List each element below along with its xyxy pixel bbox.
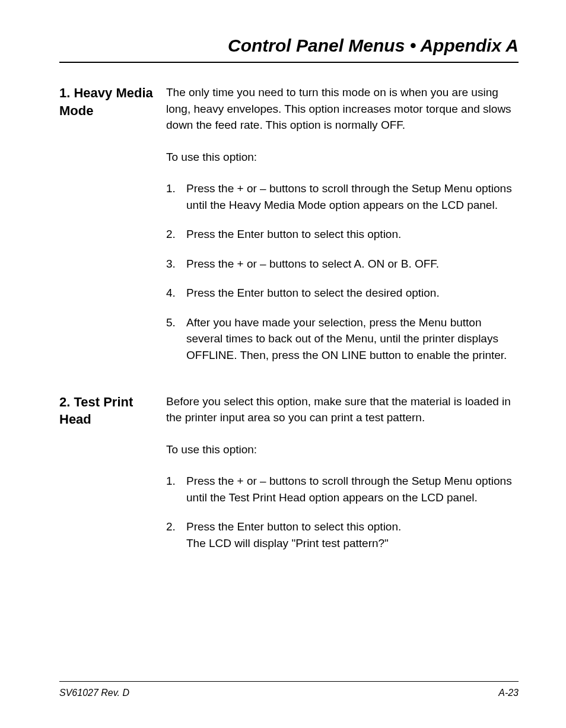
page-header: Control Panel Menus • Appendix A bbox=[59, 36, 519, 63]
list-item: 4.Press the Enter button to select the d… bbox=[166, 285, 519, 301]
list-item: 3.Press the + or – buttons to select A. … bbox=[166, 256, 519, 272]
list-number: 1. bbox=[166, 473, 176, 489]
section-heavy-media: 1. Heavy Media Mode The only time you ne… bbox=[59, 84, 519, 377]
page-footer: SV61027 Rev. D A-23 bbox=[59, 681, 519, 698]
section-heading: 2. Test Print Head bbox=[59, 393, 166, 565]
list-text: Press the Enter button to select this op… bbox=[186, 228, 401, 240]
footer-right: A-23 bbox=[498, 688, 519, 698]
list-item: 1.Press the + or – buttons to scroll thr… bbox=[166, 473, 519, 506]
lead-paragraph: To use this option: bbox=[166, 149, 519, 166]
list-number: 2. bbox=[166, 226, 176, 243]
list-item: 5.After you have made your selection, pr… bbox=[166, 314, 519, 364]
page-title: Control Panel Menus • Appendix A bbox=[228, 36, 519, 55]
list-item: 2.Press the Enter button to select this … bbox=[166, 519, 519, 551]
ordered-list: 1.Press the + or – buttons to scroll thr… bbox=[166, 473, 519, 551]
list-text: Press the + or – buttons to scroll throu… bbox=[186, 182, 512, 211]
list-number: 3. bbox=[166, 256, 176, 272]
list-text: Press the Enter button to select the des… bbox=[186, 287, 440, 299]
intro-paragraph: The only time you need to turn this mode… bbox=[166, 84, 519, 133]
list-item: 2.Press the Enter button to select this … bbox=[166, 226, 519, 243]
lead-paragraph: To use this option: bbox=[166, 441, 519, 458]
ordered-list: 1.Press the + or – buttons to scroll thr… bbox=[166, 180, 519, 363]
list-text: Press the Enter button to select this op… bbox=[186, 520, 401, 549]
list-text: After you have made your selection, pres… bbox=[186, 316, 507, 361]
list-text: Press the + or – buttons to select A. ON… bbox=[186, 257, 439, 270]
list-number: 5. bbox=[166, 314, 176, 331]
list-number: 2. bbox=[166, 519, 176, 535]
footer-left: SV61027 Rev. D bbox=[59, 688, 129, 698]
list-item: 1.Press the + or – buttons to scroll thr… bbox=[166, 180, 519, 213]
list-text: Press the + or – buttons to scroll throu… bbox=[186, 475, 512, 504]
list-number: 4. bbox=[166, 285, 176, 301]
section-body: The only time you need to turn this mode… bbox=[166, 84, 519, 377]
section-body: Before you select this option, make sure… bbox=[166, 393, 519, 565]
section-test-print-head: 2. Test Print Head Before you select thi… bbox=[59, 393, 519, 565]
list-number: 1. bbox=[166, 180, 176, 197]
section-heading: 1. Heavy Media Mode bbox=[59, 84, 166, 377]
intro-paragraph: Before you select this option, make sure… bbox=[166, 393, 519, 426]
